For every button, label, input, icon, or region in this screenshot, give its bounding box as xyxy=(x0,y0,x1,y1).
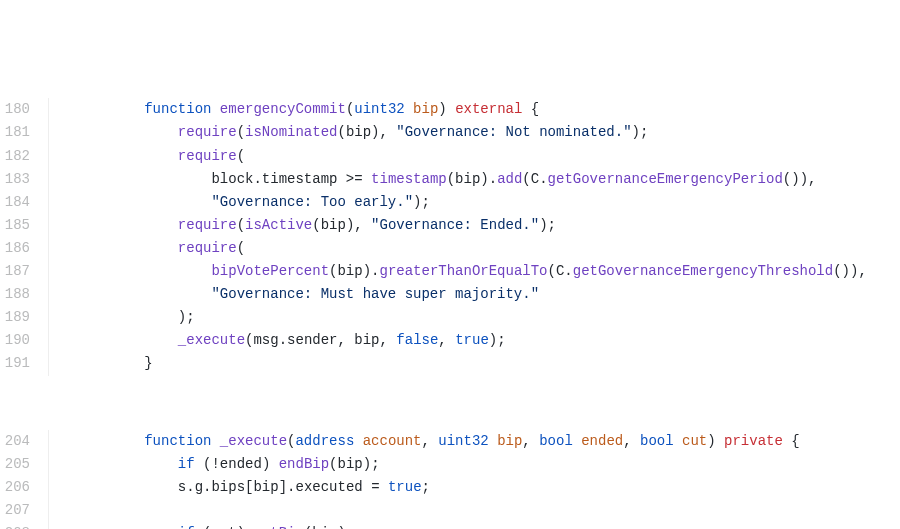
line-number: 206 xyxy=(0,476,48,499)
code-content: function _execute(address account, uint3… xyxy=(77,430,900,453)
code-line: 183 block.timestamp >= timestamp(bip).ad… xyxy=(0,168,900,191)
line-number: 207 xyxy=(0,499,48,522)
code-line: 187 bipVotePercent(bip).greaterThanOrEqu… xyxy=(0,260,900,283)
code-line: 205 if (!ended) endBip(bip); xyxy=(0,453,900,476)
gutter-border xyxy=(48,306,49,329)
code-content: "Governance: Must have super majority." xyxy=(77,283,900,306)
line-number: 186 xyxy=(0,237,48,260)
line-number: 181 xyxy=(0,121,48,144)
code-content: require( xyxy=(77,145,900,168)
gutter-border xyxy=(48,121,49,144)
code-content: block.timestamp >= timestamp(bip).add(C.… xyxy=(77,168,900,191)
gutter-border xyxy=(48,168,49,191)
code-line: 185 require(isActive(bip), "Governance: … xyxy=(0,214,900,237)
line-number: 204 xyxy=(0,430,48,453)
line-number: 184 xyxy=(0,191,48,214)
code-content: if (!ended) endBip(bip); xyxy=(77,453,900,476)
code-block-2: 204 function _execute(address account, u… xyxy=(0,430,900,529)
gutter-border xyxy=(48,237,49,260)
gutter-border xyxy=(48,476,49,499)
line-number: 205 xyxy=(0,453,48,476)
line-number: 182 xyxy=(0,145,48,168)
line-number: 208 xyxy=(0,522,48,529)
line-number: 180 xyxy=(0,98,48,121)
code-line: 204 function _execute(address account, u… xyxy=(0,430,900,453)
code-line: 207 xyxy=(0,499,900,522)
gutter-border xyxy=(48,191,49,214)
gutter-border xyxy=(48,329,49,352)
gutter-border xyxy=(48,453,49,476)
gutter-border xyxy=(48,260,49,283)
code-line: 184 "Governance: Too early."); xyxy=(0,191,900,214)
line-number: 185 xyxy=(0,214,48,237)
code-line: 181 require(isNominated(bip), "Governanc… xyxy=(0,121,900,144)
code-content: function emergencyCommit(uint32 bip) ext… xyxy=(77,98,900,121)
code-line: 188 "Governance: Must have super majorit… xyxy=(0,283,900,306)
gutter-border xyxy=(48,499,49,522)
code-line: 190 _execute(msg.sender, bip, false, tru… xyxy=(0,329,900,352)
code-block-1: 180 function emergencyCommit(uint32 bip)… xyxy=(0,98,900,375)
gutter-border xyxy=(48,98,49,121)
gutter-border xyxy=(48,430,49,453)
code-content: require(isNominated(bip), "Governance: N… xyxy=(77,121,900,144)
line-number: 188 xyxy=(0,283,48,306)
line-number: 189 xyxy=(0,306,48,329)
code-content: require(isActive(bip), "Governance: Ende… xyxy=(77,214,900,237)
code-line: 186 require( xyxy=(0,237,900,260)
gutter-border xyxy=(48,522,49,529)
code-content: } xyxy=(77,352,900,375)
line-number: 187 xyxy=(0,260,48,283)
code-line: 208 if (cut) cutBip(bip); xyxy=(0,522,900,529)
gutter-border xyxy=(48,214,49,237)
code-content: "Governance: Too early."); xyxy=(77,191,900,214)
code-line: 182 require( xyxy=(0,145,900,168)
code-line: 191 } xyxy=(0,352,900,375)
code-content xyxy=(77,499,900,522)
code-line: 206 s.g.bips[bip].executed = true; xyxy=(0,476,900,499)
line-number: 183 xyxy=(0,168,48,191)
line-number: 190 xyxy=(0,329,48,352)
code-content: s.g.bips[bip].executed = true; xyxy=(77,476,900,499)
gutter-border xyxy=(48,283,49,306)
code-line: 189 ); xyxy=(0,306,900,329)
line-number: 191 xyxy=(0,352,48,375)
code-content: if (cut) cutBip(bip); xyxy=(77,522,900,529)
code-content: require( xyxy=(77,237,900,260)
code-line: 180 function emergencyCommit(uint32 bip)… xyxy=(0,98,900,121)
gutter-border xyxy=(48,145,49,168)
code-content: ); xyxy=(77,306,900,329)
code-content: bipVotePercent(bip).greaterThanOrEqualTo… xyxy=(77,260,900,283)
block-gap xyxy=(0,399,900,407)
code-content: _execute(msg.sender, bip, false, true); xyxy=(77,329,900,352)
gutter-border xyxy=(48,352,49,375)
